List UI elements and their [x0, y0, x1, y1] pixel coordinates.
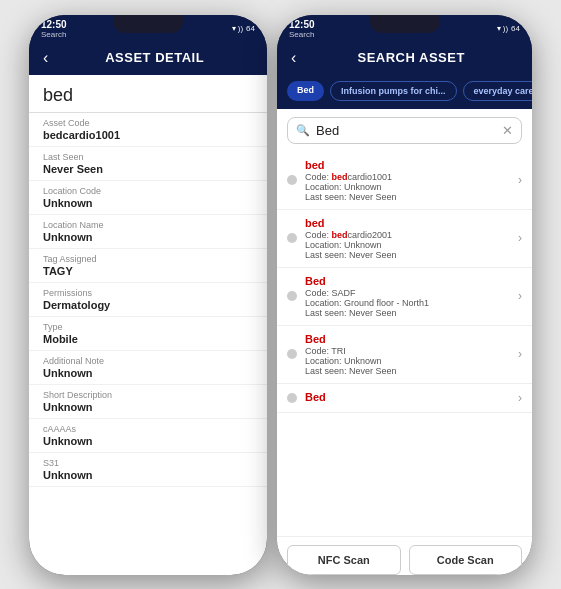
- status-icons-left: ▾ )) 64: [232, 24, 255, 33]
- result-name: Bed: [305, 275, 510, 287]
- detail-label: Asset Code: [43, 118, 253, 128]
- detail-value: Unknown: [43, 435, 253, 447]
- result-content: bed Code: bedcardio2001 Location: Unknow…: [305, 217, 510, 260]
- detail-label: Last Seen: [43, 152, 253, 162]
- status-icons-right: ▾ )) 64: [497, 24, 520, 33]
- detail-value: Unknown: [43, 231, 253, 243]
- result-status-dot: [287, 393, 297, 403]
- detail-label: Location Name: [43, 220, 253, 230]
- detail-item: Location Name Unknown: [29, 215, 267, 249]
- result-item[interactable]: Bed ›: [277, 384, 532, 413]
- detail-value: Unknown: [43, 401, 253, 413]
- result-location: Location: Unknown: [305, 182, 510, 192]
- header-right: ‹ SEARCH ASSET: [277, 41, 532, 75]
- wifi-icon-right: ▾ )): [497, 24, 509, 33]
- notch-left: [113, 15, 183, 33]
- notch-right: [370, 15, 440, 33]
- result-name: bed: [305, 217, 510, 229]
- back-button-left[interactable]: ‹: [43, 49, 48, 67]
- screen-left: bed Asset Code bedcardio1001 Last Seen N…: [29, 75, 267, 575]
- detail-label: Additional Note: [43, 356, 253, 366]
- result-content: bed Code: bedcardio1001 Location: Unknow…: [305, 159, 510, 202]
- code-scan-button[interactable]: Code Scan: [409, 545, 523, 575]
- result-code: Code: bedcardio1001: [305, 172, 510, 182]
- search-tab[interactable]: Infusion pumps for chi...: [330, 81, 457, 101]
- result-last-seen: Last seen: Never Seen: [305, 366, 510, 376]
- search-tab[interactable]: everyday care: [463, 81, 532, 101]
- result-status-dot: [287, 349, 297, 359]
- label-right: Search: [289, 30, 315, 39]
- clear-icon[interactable]: ✕: [502, 123, 513, 138]
- left-phone: 12:50 Search ▾ )) 64 ‹ ASSET DETAIL bed …: [29, 15, 267, 575]
- search-bar[interactable]: 🔍 Bed ✕: [287, 117, 522, 144]
- result-item[interactable]: bed Code: bedcardio2001 Location: Unknow…: [277, 210, 532, 268]
- result-name: Bed: [305, 391, 510, 403]
- battery-icon: 64: [246, 24, 255, 33]
- right-screen: BedInfusion pumps for chi...everyday car…: [277, 75, 532, 575]
- back-button-right[interactable]: ‹: [291, 49, 296, 67]
- page-title-right: SEARCH ASSET: [304, 50, 518, 65]
- label-left: Search: [41, 30, 67, 39]
- result-content: Bed Code: TRI Location: Unknown Last see…: [305, 333, 510, 376]
- detail-list: Asset Code bedcardio1001 Last Seen Never…: [29, 113, 267, 575]
- search-query: Bed: [316, 123, 496, 138]
- detail-item: cAAAAs Unknown: [29, 419, 267, 453]
- header-left: ‹ ASSET DETAIL: [29, 41, 267, 75]
- detail-value: bedcardio1001: [43, 129, 253, 141]
- detail-label: Location Code: [43, 186, 253, 196]
- result-status-dot: [287, 175, 297, 185]
- result-last-seen: Last seen: Never Seen: [305, 308, 510, 318]
- detail-value: Never Seen: [43, 163, 253, 175]
- right-phone: 12:50 Search ▾ )) 64 ‹ SEARCH ASSET BedI…: [277, 15, 532, 575]
- page-title-left: ASSET DETAIL: [56, 50, 253, 65]
- chevron-right-icon: ›: [518, 231, 522, 245]
- result-content: Bed: [305, 391, 510, 404]
- nfc-scan-button[interactable]: NFC Scan: [287, 545, 401, 575]
- battery-icon-right: 64: [511, 24, 520, 33]
- detail-label: Short Description: [43, 390, 253, 400]
- results-list: bed Code: bedcardio1001 Location: Unknow…: [277, 152, 532, 506]
- result-code: Code: TRI: [305, 346, 510, 356]
- detail-label: cAAAAs: [43, 424, 253, 434]
- result-location: Location: Unknown: [305, 240, 510, 250]
- result-item[interactable]: bed Code: bedcardio1001 Location: Unknow…: [277, 152, 532, 210]
- detail-item: Short Description Unknown: [29, 385, 267, 419]
- result-item[interactable]: Bed Code: SADF Location: Ground floor - …: [277, 268, 532, 326]
- time-left: 12:50: [41, 19, 67, 30]
- chevron-right-icon: ›: [518, 173, 522, 187]
- result-item[interactable]: Bed Code: TRI Location: Unknown Last see…: [277, 326, 532, 384]
- detail-value: TAGY: [43, 265, 253, 277]
- detail-item: Permissions Dermatology: [29, 283, 267, 317]
- detail-value: Unknown: [43, 197, 253, 209]
- chevron-right-icon: ›: [518, 347, 522, 361]
- search-icon: 🔍: [296, 124, 310, 137]
- result-last-seen: Last seen: Never Seen: [305, 250, 510, 260]
- wifi-icon: ▾ )): [232, 24, 244, 33]
- detail-item: S31 Unknown: [29, 453, 267, 487]
- asset-name: bed: [29, 75, 267, 113]
- detail-value: Mobile: [43, 333, 253, 345]
- detail-label: Permissions: [43, 288, 253, 298]
- detail-value: Unknown: [43, 469, 253, 481]
- detail-item: Asset Code bedcardio1001: [29, 113, 267, 147]
- detail-item: Tag Assigned TAGY: [29, 249, 267, 283]
- detail-item: Type Mobile: [29, 317, 267, 351]
- time-right: 12:50: [289, 19, 315, 30]
- result-name: bed: [305, 159, 510, 171]
- result-content: Bed Code: SADF Location: Ground floor - …: [305, 275, 510, 318]
- result-name: Bed: [305, 333, 510, 345]
- result-status-dot: [287, 233, 297, 243]
- search-area: 🔍 Bed ✕ bed Code: bedcardio1001 Location…: [277, 109, 532, 575]
- detail-item: Last Seen Never Seen: [29, 147, 267, 181]
- search-tabs: BedInfusion pumps for chi...everyday car…: [277, 75, 532, 109]
- detail-value: Unknown: [43, 367, 253, 379]
- chevron-right-icon: ›: [518, 391, 522, 405]
- detail-value: Dermatology: [43, 299, 253, 311]
- scan-buttons: NFC Scan Code Scan: [277, 536, 532, 575]
- chevron-right-icon: ›: [518, 289, 522, 303]
- detail-item: Additional Note Unknown: [29, 351, 267, 385]
- detail-label: S31: [43, 458, 253, 468]
- search-tab[interactable]: Bed: [287, 81, 324, 101]
- detail-label: Type: [43, 322, 253, 332]
- detail-item: Location Code Unknown: [29, 181, 267, 215]
